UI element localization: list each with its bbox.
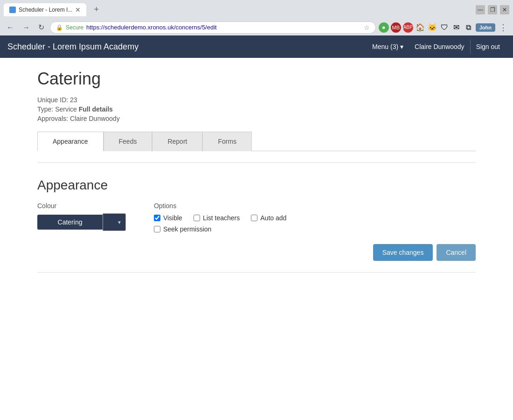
tab-feeds[interactable]: Feeds [104, 132, 153, 151]
signout-button[interactable]: Sign out [470, 39, 506, 54]
extension-icon-5[interactable]: 🐱 [427, 22, 437, 33]
visible-label: Visible [163, 214, 182, 222]
section-divider-top [37, 162, 476, 163]
menu-button[interactable]: Menu (3) ▾ [367, 39, 409, 54]
approvals-value: Claire Dunwoody [70, 115, 120, 122]
back-button[interactable]: ← [4, 21, 17, 34]
app-header: Scheduler - Lorem Ipsum Academy Menu (3)… [0, 35, 513, 58]
extension-icon-7[interactable]: ✉ [451, 22, 462, 33]
profile-button[interactable]: John [476, 23, 495, 32]
colour-swatch [107, 217, 116, 227]
new-tab-button[interactable]: + [90, 3, 103, 16]
browser-menu-button[interactable]: ⋮ [497, 21, 509, 34]
browser-chrome: Scheduler - Lorem I... ✕ + — ❐ ✕ ← → ↻ 🔒… [0, 0, 513, 35]
options-row-2: Seek permission [154, 225, 286, 233]
visible-option[interactable]: Visible [154, 214, 182, 222]
unique-id-row: Unique ID: 23 [37, 96, 476, 104]
extension-icon-2[interactable]: MB [391, 22, 401, 33]
options-row-1: Visible List teachers Auto add [154, 214, 286, 222]
type-label: Type: [37, 105, 53, 113]
bookmark-icon[interactable]: ☆ [364, 24, 370, 31]
close-button[interactable]: ✕ [500, 5, 509, 14]
extension-icon-1[interactable]: ● [379, 22, 389, 33]
tab-favicon [9, 7, 16, 13]
minimize-button[interactable]: — [476, 5, 485, 14]
tab-forms[interactable]: Forms [202, 132, 252, 151]
list-teachers-option[interactable]: List teachers [194, 214, 240, 222]
options-title: Options [154, 202, 286, 210]
colour-label: Colour [37, 202, 126, 210]
save-changes-button[interactable]: Save changes [373, 244, 433, 261]
tab-appearance[interactable]: Appearance [37, 132, 104, 151]
seek-permission-checkbox[interactable] [154, 226, 160, 232]
cancel-button[interactable]: Cancel [437, 244, 476, 261]
extension-icon-4[interactable]: 🏠 [415, 22, 425, 33]
actions-row: Save changes Cancel [37, 244, 476, 261]
window-controls: — ❐ ✕ [476, 5, 509, 14]
url-display: https://schedulerdemo.xronos.uk/concerns… [86, 24, 361, 31]
toolbar-icons: ● MB ABP 🏠 🐱 🛡 ✉ ⧉ John ⋮ [379, 21, 509, 34]
auto-add-option[interactable]: Auto add [251, 214, 286, 222]
type-row: Type: Service Full details [37, 105, 476, 113]
seek-permission-label: Seek permission [163, 225, 212, 233]
page-title: Catering [37, 69, 476, 89]
app-content: Catering Unique ID: 23 Type: Service Ful… [0, 58, 513, 295]
list-teachers-label: List teachers [203, 214, 240, 222]
tab-close-icon[interactable]: ✕ [75, 6, 81, 14]
extension-icon-3[interactable]: ABP [403, 22, 413, 33]
extension-icon-8[interactable]: ⧉ [464, 22, 474, 33]
browser-toolbar: ← → ↻ 🔒 Secure https://schedulerdemo.xro… [0, 19, 513, 35]
maximize-button[interactable]: ❐ [488, 5, 497, 14]
colour-swatch-button[interactable]: ▼ [103, 213, 126, 231]
app-title: Scheduler - Lorem Ipsum Academy [7, 42, 367, 52]
unique-id-value: 23 [70, 96, 77, 104]
visible-checkbox[interactable] [154, 215, 160, 221]
tab-report[interactable]: Report [152, 132, 202, 151]
colour-input-group: Catering ▼ [37, 213, 126, 231]
refresh-button[interactable]: ↻ [35, 21, 47, 34]
tab-title: Scheduler - Lorem I... [19, 7, 72, 13]
section-divider-bottom [37, 272, 476, 273]
browser-titlebar: Scheduler - Lorem I... ✕ + — ❐ ✕ [0, 0, 513, 19]
approvals-row: Approvals: Claire Dunwoody [37, 115, 476, 122]
approvals-label: Approvals: [37, 115, 68, 122]
list-teachers-checkbox[interactable] [194, 215, 200, 221]
extension-icon-6[interactable]: 🛡 [439, 22, 450, 33]
forward-button[interactable]: → [20, 21, 33, 34]
appearance-section-title: Appearance [37, 178, 476, 193]
options-grid: Visible List teachers Auto add [154, 214, 286, 233]
address-bar[interactable]: 🔒 Secure https://schedulerdemo.xronos.uk… [50, 21, 376, 34]
auto-add-label: Auto add [260, 214, 286, 222]
colour-section: Colour Catering ▼ [37, 202, 126, 231]
auto-add-checkbox[interactable] [251, 215, 257, 221]
appearance-section: Appearance Colour Catering ▼ Options [37, 178, 476, 261]
user-name: Claire Dunwoody [409, 39, 470, 54]
seek-permission-option[interactable]: Seek permission [154, 225, 212, 233]
form-row: Colour Catering ▼ Options Visible [37, 202, 476, 233]
colour-text-button[interactable]: Catering [37, 215, 103, 230]
secure-label: Secure [66, 24, 83, 31]
type-value: Service [55, 105, 77, 113]
tab-bar: Appearance Feeds Report Forms [37, 132, 476, 151]
type-detail: Full details [79, 105, 113, 113]
secure-icon: 🔒 [56, 24, 63, 31]
dropdown-arrow-icon: ▼ [117, 220, 122, 225]
unique-id-label: Unique ID: [37, 96, 68, 104]
browser-tab[interactable]: Scheduler - Lorem I... ✕ [4, 3, 86, 16]
options-section: Options Visible List teachers [154, 202, 286, 233]
